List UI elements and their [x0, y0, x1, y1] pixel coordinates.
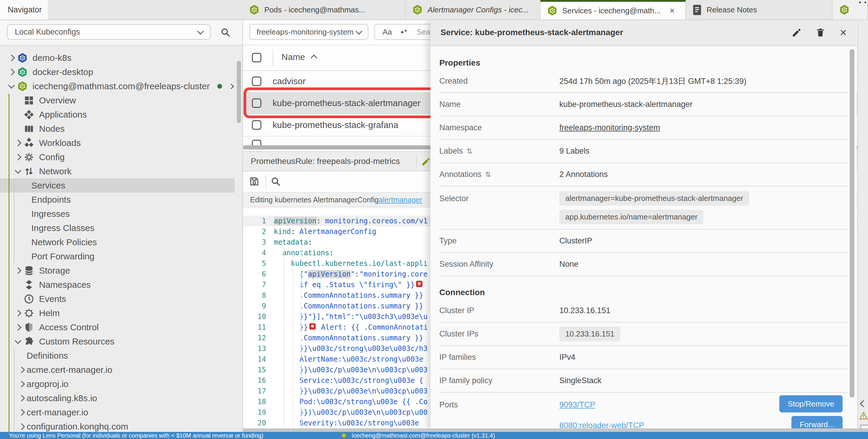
active-cluster-status[interactable]: icecheng@mathmast.com@freeleaps-cluster … [352, 432, 495, 439]
sidebar-item-helm[interactable]: Helm [0, 306, 235, 320]
expand-toggle-icon[interactable]: ⇅ [485, 170, 491, 179]
tab-release-notes[interactable]: Release Notes [686, 0, 833, 20]
apps-icon [24, 109, 34, 120]
cluster-guide-line [8, 94, 9, 432]
select-all-checkbox[interactable] [252, 53, 261, 62]
sidebar-item-definitions[interactable]: Definitions [0, 348, 235, 363]
kubernetes-icon [547, 5, 558, 16]
sidebar-item-label: Ingresses [31, 209, 70, 219]
tab-alertmanager-configs[interactable]: Alertmanager Configs - icec... [406, 0, 540, 20]
drawer-scrollbar[interactable] [850, 49, 855, 398]
selector-badge: app.kubernetes.io/name=alertmanager [559, 210, 703, 224]
chevron-left-icon[interactable] [860, 400, 867, 407]
sidebar-item-label: acme.cert-manager.io [27, 365, 112, 375]
chevron-right-icon[interactable] [13, 141, 23, 145]
sidebar-item-namespaces[interactable]: Namespaces [0, 278, 235, 292]
close-icon[interactable]: × [840, 27, 847, 38]
sidebar-item-endpoints[interactable]: Endpoints [0, 193, 235, 207]
chevron-right-icon[interactable] [226, 85, 235, 88]
sidebar-item-workloads[interactable]: Workloads [0, 136, 235, 150]
chevron-right-icon[interactable] [13, 268, 23, 273]
sidebar-item-cert-manager-io[interactable]: cert-manager.io [0, 405, 235, 419]
sidebar-item-demo-k8s[interactable]: demo-k8s [0, 51, 235, 65]
chevron-down-icon[interactable] [13, 340, 23, 343]
namespace-select[interactable]: freeleaps-monitoring-system [250, 24, 368, 40]
sidebar-item-ingresses[interactable]: Ingresses [0, 207, 235, 221]
tab-pods[interactable]: Pods - icecheng@mathmas... [242, 0, 406, 20]
selector-label: Selector [439, 187, 559, 203]
row-checkbox[interactable] [252, 140, 261, 145]
bottom-horizontal-scrollbar[interactable] [243, 428, 868, 432]
sidebar-tree: demo-k8sdocker-desktopicecheng@mathmast.… [0, 45, 235, 432]
sidebar-scrollbar[interactable] [237, 61, 241, 123]
warning-icon [859, 411, 868, 420]
regex-icon[interactable]: ▪* [401, 28, 408, 37]
chevron-right-icon[interactable] [17, 410, 27, 415]
kubernetes-icon [412, 4, 423, 15]
chevron-right-icon[interactable] [6, 56, 17, 60]
chevron-right-icon[interactable] [17, 424, 27, 429]
namespace-link[interactable]: freeleaps-monitoring-system [559, 123, 660, 132]
sidebar-item-network[interactable]: Network [0, 164, 235, 178]
search-icon[interactable] [220, 27, 230, 37]
sidebar-item-events[interactable]: Events [0, 292, 235, 306]
tab-partial[interactable] [833, 0, 868, 20]
column-name[interactable]: Name [281, 52, 305, 62]
indent-guide [284, 247, 284, 428]
sidebar-item-docker-desktop[interactable]: docker-desktop [0, 65, 235, 79]
chevron-right-icon[interactable] [17, 368, 27, 372]
chevron-right-icon[interactable] [13, 311, 23, 315]
editor-search-icon[interactable] [270, 176, 281, 187]
sidebar-item-ingress-classes[interactable]: Ingress Classes [0, 221, 235, 235]
edit-pencil-icon[interactable] [792, 27, 802, 38]
port-link[interactable]: 9093/TCP [559, 400, 595, 409]
chevron-right-icon[interactable] [13, 325, 23, 330]
editing-info-link[interactable]: alertmanager [379, 196, 422, 204]
chevron-down-icon[interactable] [6, 85, 17, 88]
chevron-right-icon[interactable] [17, 396, 27, 401]
session-affinity-row: Session Affinity None [439, 253, 848, 276]
tab-close-icon[interactable]: × [670, 6, 675, 15]
save-icon[interactable] [249, 176, 259, 187]
ip-family-policy-row: IP family policy SingleStack [439, 369, 848, 393]
row-checkbox[interactable] [252, 120, 261, 130]
stop-remove-button[interactable]: Stop/Remove [779, 395, 843, 412]
selector-row: Selector alertmanager=kube-prometheus-st… [439, 187, 848, 230]
sidebar-item-autoscaling-k8s-io[interactable]: autoscaling.k8s.io [0, 391, 235, 405]
sidebar-item-applications[interactable]: Applications [0, 107, 235, 122]
sidebar-item-label: docker-desktop [33, 67, 93, 77]
sidebar-item-storage[interactable]: Storage [0, 264, 235, 278]
labels-row: Labels⇅ 9 Labels [439, 140, 848, 163]
row-checkbox[interactable] [252, 98, 261, 108]
edit-pencil-icon[interactable] [421, 157, 431, 167]
sidebar-item-nodes[interactable]: Nodes [0, 122, 235, 136]
network-guide-line [14, 178, 14, 264]
sidebar-item-port-forwarding[interactable]: Port Forwarding [0, 249, 235, 264]
sidebar-item-network-policies[interactable]: Network Policies [0, 235, 235, 249]
row-checkbox[interactable] [252, 76, 261, 86]
sidebar-item-services[interactable]: Services [0, 178, 235, 193]
namespaces-icon [24, 279, 34, 290]
sidebar-item-configuration-konghq-com[interactable]: configuration.konghq.com [0, 419, 235, 432]
kubeconfig-select[interactable]: Local Kubeconfigs [7, 24, 211, 40]
sidebar-item-overview[interactable]: Overview [0, 93, 235, 107]
cluster-ip-value: 10.233.16.151 [559, 306, 611, 315]
sidebar-item-argoproj-io[interactable]: argoproj.io [0, 377, 235, 391]
annotations-row: Annotations⇅ 2 Annotations [439, 163, 848, 187]
tab-services-active[interactable]: Services - icecheng@math... × [540, 0, 686, 20]
sidebar-item-access-control[interactable]: Access Control [0, 320, 235, 334]
chevron-right-icon[interactable] [17, 382, 27, 386]
match-case-icon[interactable]: Aa [382, 28, 392, 37]
row-name: kube-prometheus-stack-alertmanager [273, 98, 421, 108]
sidebar-item-custom-resources[interactable]: Custom Resources [0, 334, 235, 348]
sidebar-item-acme-cert-manager-io[interactable]: acme.cert-manager.io [0, 363, 235, 377]
expand-toggle-icon[interactable]: ⇅ [467, 147, 472, 156]
sidebar-item-label: Definitions [27, 351, 68, 361]
sidebar-item-icecheng-mathmast-com-freeleaps-cluster[interactable]: icecheng@mathmast.com@freeleaps-cluster [0, 79, 235, 93]
chevron-right-icon[interactable] [13, 155, 23, 160]
sort-asc-icon[interactable] [311, 55, 317, 62]
chevron-down-icon[interactable] [13, 170, 23, 173]
chevron-right-icon[interactable] [6, 70, 17, 74]
delete-trash-icon[interactable] [815, 27, 826, 38]
sidebar-item-config[interactable]: Config [0, 150, 235, 164]
